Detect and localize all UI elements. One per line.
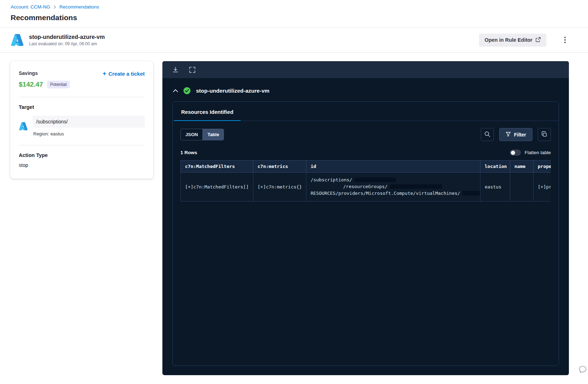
rows-count: 1 Rows <box>180 150 197 155</box>
filter-button[interactable]: Filter <box>499 128 532 141</box>
more-options-menu-icon[interactable] <box>562 36 568 44</box>
resources-identified-container: Resources Identified JSON Table <box>172 101 559 366</box>
resources-table: c7n:MatchedFilters c7n:metrics id locati… <box>180 160 551 202</box>
filter-funnel-icon <box>506 132 511 138</box>
cell-name <box>510 173 534 202</box>
column-header-properties[interactable]: properties <box>534 161 551 173</box>
id-line-1: /subscriptions/ <box>311 177 352 182</box>
breadcrumb: Account: CCM-NG Recommendations <box>11 4 577 10</box>
help-chat-icon[interactable] <box>578 365 587 376</box>
savings-label: Savings <box>19 70 38 76</box>
flatten-table-toggle[interactable] <box>510 150 521 156</box>
view-toggle: JSON Table <box>180 129 224 140</box>
target-path: /subscriptions/ <box>33 116 145 128</box>
panel-rule-title: stop-underutilized-azure-vm <box>196 88 270 94</box>
target-label: Target <box>19 104 145 110</box>
tab-resources-identified[interactable]: Resources Identified <box>174 102 241 121</box>
properties-expand[interactable]: [+]properties{} <box>538 184 551 190</box>
success-check-icon <box>183 87 191 94</box>
rule-result-row: stop-underutilized-azure-vm <box>173 87 558 94</box>
cell-metrics[interactable]: [+]c7n:metrics{} <box>253 173 306 202</box>
cell-properties[interactable]: [+]properties{} <box>534 173 551 202</box>
redacted-text <box>354 178 396 182</box>
rule-name: stop-underutilized-azure-vm <box>29 34 105 40</box>
savings-card: Savings + Create a ticket $142.47 Potent… <box>10 61 153 179</box>
plus-icon: + <box>103 70 106 77</box>
divider <box>19 97 145 97</box>
table-row: [+]c7n:MatchedFilters[] [+]c7n:metrics{}… <box>181 173 551 202</box>
json-view-button[interactable]: JSON <box>181 129 202 140</box>
create-ticket-button[interactable]: + Create a ticket <box>103 70 145 77</box>
resources-table-wrapper[interactable]: c7n:MatchedFilters c7n:metrics id locati… <box>180 160 551 202</box>
rule-header: stop-underutilized-azure-vm Last evaluat… <box>0 28 588 52</box>
azure-target-icon <box>19 122 28 131</box>
cell-matched-filters[interactable]: [+]c7n:MatchedFilters[] <box>181 173 253 202</box>
collapse-chevron-icon[interactable] <box>173 89 178 92</box>
create-ticket-label: Create a ticket <box>108 71 145 77</box>
tab-bar: Resources Identified <box>173 102 559 121</box>
copy-icon <box>541 131 547 138</box>
column-header-location[interactable]: location <box>480 161 510 173</box>
matched-filters-expand[interactable]: [+]c7n:MatchedFilters[] <box>185 184 249 190</box>
savings-amount: $142.47 <box>19 81 43 88</box>
cell-location: eastus <box>480 173 510 202</box>
download-icon[interactable] <box>172 66 179 73</box>
table-view-button[interactable]: Table <box>202 129 224 140</box>
breadcrumb-recommendations-link[interactable]: Recommendations <box>59 4 99 10</box>
open-in-rule-editor-label: Open in Rule Editor <box>485 37 532 43</box>
main-content: Savings + Create a ticket $142.47 Potent… <box>0 53 588 375</box>
cell-id: /subscriptions/ /resourceGroups/ RESOURC… <box>306 173 480 202</box>
top-bar: Account: CCM-NG Recommendations Recommen… <box>0 0 588 22</box>
breadcrumb-account-link[interactable]: Account: CCM-NG <box>11 4 50 10</box>
table-header-row: c7n:MatchedFilters c7n:metrics id locati… <box>181 161 551 173</box>
flatten-table-label: Flatten table <box>525 150 551 155</box>
action-type-value: stop <box>19 162 145 168</box>
search-icon <box>484 131 490 138</box>
action-type-label: Action Type <box>19 152 145 158</box>
divider <box>19 145 145 145</box>
open-in-rule-editor-button[interactable]: Open in Rule Editor <box>479 34 546 47</box>
column-header-name[interactable]: name <box>510 161 534 173</box>
external-link-icon <box>536 37 541 43</box>
filter-label: Filter <box>514 132 526 138</box>
redacted-text <box>390 184 442 189</box>
view-controls-row: JSON Table Filter <box>173 121 559 141</box>
id-line-2: /resourceGroups/ <box>343 184 387 189</box>
column-header-matched-filters[interactable]: c7n:MatchedFilters <box>181 161 253 173</box>
last-evaluated-text: Last evaluated on: 09 Apr, 06:00 am <box>29 41 105 46</box>
target-region: Region: eastus <box>33 131 145 136</box>
panel-toolbar <box>162 61 569 78</box>
page-title: Recommendations <box>11 13 577 22</box>
copy-button[interactable] <box>538 128 551 141</box>
resources-panel: stop-underutilized-azure-vm Resources Id… <box>162 61 569 375</box>
id-line-3: RESOURCES/providers/Microsoft.Compute/vi… <box>311 191 460 196</box>
breadcrumb-separator-icon <box>53 5 56 9</box>
rows-summary-row: 1 Rows Flatten table <box>173 141 559 160</box>
fullscreen-icon[interactable] <box>189 67 195 73</box>
column-header-id[interactable]: id <box>306 161 480 173</box>
search-button[interactable] <box>481 128 494 141</box>
column-header-metrics[interactable]: c7n:metrics <box>253 161 306 173</box>
potential-badge: Potential <box>47 81 70 88</box>
azure-logo-icon <box>11 33 24 47</box>
metrics-expand[interactable]: [+]c7n:metrics{} <box>258 184 302 190</box>
redacted-text <box>462 191 480 196</box>
